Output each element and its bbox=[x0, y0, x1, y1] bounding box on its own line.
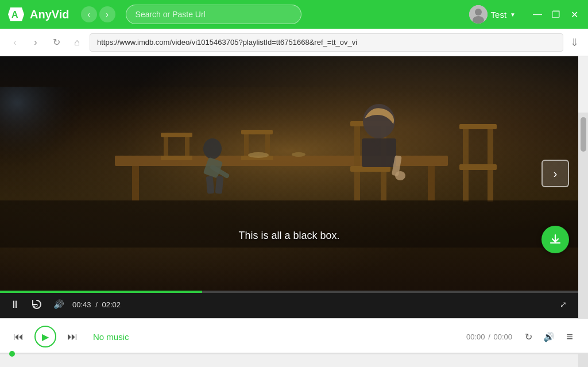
svg-text:10: 10 bbox=[33, 303, 38, 307]
svg-rect-29 bbox=[488, 129, 493, 164]
music-progress-dot bbox=[9, 351, 15, 357]
svg-rect-11 bbox=[164, 137, 168, 156]
avatar bbox=[469, 5, 488, 24]
total-time: 02:02 bbox=[102, 300, 121, 309]
video-controls: ⏸ 10 🔊 00:43 / 02:02 ⤢ bbox=[0, 291, 578, 318]
browser-content: This is all a black box. › bbox=[0, 56, 588, 318]
music-time-sep: / bbox=[488, 333, 490, 341]
fullscreen-button[interactable]: ⤢ bbox=[555, 296, 571, 312]
music-player: ⏮ ▶ ⏭ No music 00:00 / 00:00 ↻ 🔊 ≡ bbox=[0, 318, 588, 354]
music-total-time: 00:00 bbox=[493, 333, 512, 341]
svg-text:A: A bbox=[11, 10, 18, 20]
minimize-button[interactable]: — bbox=[531, 7, 544, 21]
search-input[interactable] bbox=[126, 5, 301, 24]
svg-rect-8 bbox=[132, 166, 139, 200]
video-subtitle: This is all a black box. bbox=[238, 230, 339, 242]
music-time-display: 00:00 / 00:00 bbox=[466, 333, 512, 341]
music-play-button[interactable]: ▶ bbox=[34, 326, 56, 347]
video-controls-wrapper: ⏸ 10 🔊 00:43 / 02:02 ⤢ bbox=[0, 291, 578, 318]
music-repeat-button[interactable]: ↻ bbox=[519, 327, 537, 346]
svg-point-3 bbox=[475, 9, 482, 16]
svg-rect-10 bbox=[161, 133, 192, 137]
music-playlist-button[interactable]: ≡ bbox=[560, 327, 579, 346]
browser-refresh-button[interactable]: ↻ bbox=[48, 34, 64, 51]
title-bar: A AnyVid ‹ › Test ▼ — ❐ ✕ bbox=[0, 0, 588, 29]
download-float-button[interactable] bbox=[541, 226, 569, 253]
svg-rect-28 bbox=[463, 129, 469, 164]
scene-graphic bbox=[0, 87, 578, 248]
replay-button[interactable]: 10 bbox=[29, 296, 45, 312]
play-pause-button[interactable]: ⏸ bbox=[7, 296, 23, 312]
svg-rect-14 bbox=[241, 130, 273, 134]
time-separator: / bbox=[95, 300, 98, 309]
current-time: 00:43 bbox=[72, 300, 91, 309]
user-name: Test bbox=[491, 10, 507, 20]
music-current-time: 00:00 bbox=[466, 333, 485, 341]
video-progress-fill bbox=[0, 291, 202, 293]
svg-rect-16 bbox=[265, 134, 270, 156]
browser-bar: ‹ › ↻ ⌂ ⇓ bbox=[0, 29, 588, 56]
svg-rect-25 bbox=[463, 170, 469, 202]
music-info: No music bbox=[88, 332, 459, 342]
music-progress-bar[interactable] bbox=[0, 353, 588, 354]
svg-rect-26 bbox=[488, 170, 493, 202]
maximize-button[interactable]: ❐ bbox=[549, 7, 563, 21]
svg-rect-13 bbox=[161, 156, 192, 160]
window-controls: — ❐ ✕ bbox=[531, 7, 581, 21]
replay-icon: 10 bbox=[31, 299, 42, 310]
svg-rect-15 bbox=[244, 134, 249, 156]
content-area: This is all a black box. › bbox=[0, 56, 578, 318]
video-time-display: 00:43 / 02:02 bbox=[72, 300, 121, 309]
svg-rect-19 bbox=[354, 172, 360, 200]
music-right-controls: ↻ 🔊 ≡ bbox=[519, 327, 579, 346]
svg-point-40 bbox=[292, 152, 305, 157]
browser-back-button[interactable]: ‹ bbox=[7, 34, 23, 51]
user-dropdown-icon: ▼ bbox=[510, 11, 516, 18]
next-video-button[interactable]: › bbox=[541, 160, 569, 187]
svg-point-39 bbox=[248, 152, 269, 158]
close-button[interactable]: ✕ bbox=[567, 7, 581, 21]
svg-rect-20 bbox=[381, 172, 386, 200]
nav-arrows: ‹ › bbox=[81, 6, 115, 22]
app-title: AnyVid bbox=[30, 8, 69, 21]
volume-button[interactable]: 🔊 bbox=[51, 296, 67, 312]
svg-rect-27 bbox=[459, 124, 497, 129]
scrollbar-thumb[interactable] bbox=[581, 117, 586, 152]
browser-home-button[interactable]: ⌂ bbox=[69, 34, 85, 51]
nav-forward-button[interactable]: › bbox=[99, 6, 115, 22]
svg-point-38 bbox=[395, 171, 405, 180]
browser-forward-button[interactable]: › bbox=[28, 34, 44, 51]
app-logo: A bbox=[7, 5, 25, 24]
svg-rect-12 bbox=[185, 137, 189, 156]
svg-rect-22 bbox=[354, 126, 360, 166]
browser-download-button[interactable]: ⇓ bbox=[568, 34, 581, 51]
music-next-button[interactable]: ⏭ bbox=[63, 327, 82, 346]
video-wrapper: This is all a black box. › bbox=[0, 56, 578, 291]
svg-point-30 bbox=[203, 138, 222, 159]
svg-rect-24 bbox=[459, 164, 497, 170]
url-bar[interactable] bbox=[90, 33, 563, 52]
music-title: No music bbox=[93, 332, 459, 342]
logo-area: A AnyVid bbox=[7, 5, 75, 24]
video-progress-bar[interactable] bbox=[0, 291, 578, 293]
download-icon bbox=[549, 233, 562, 246]
svg-rect-36 bbox=[362, 138, 396, 167]
svg-rect-9 bbox=[428, 166, 435, 200]
user-area[interactable]: Test ▼ bbox=[469, 5, 516, 24]
app-container: A AnyVid ‹ › Test ▼ — ❐ ✕ bbox=[0, 0, 588, 367]
nav-back-button[interactable]: ‹ bbox=[81, 6, 97, 22]
music-volume-button[interactable]: 🔊 bbox=[540, 327, 558, 346]
music-prev-button[interactable]: ⏮ bbox=[9, 327, 28, 346]
